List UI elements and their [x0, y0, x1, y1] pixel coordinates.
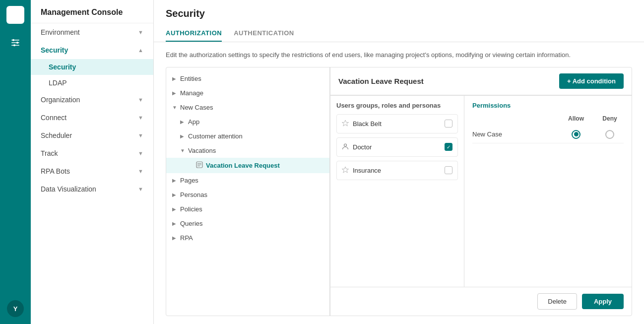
chevron-right-icon: ▶ — [172, 221, 180, 226]
star-icon — [342, 166, 349, 175]
svg-marker-14 — [342, 167, 349, 173]
tree-item-pages[interactable]: ▶ Pages — [166, 173, 329, 188]
tree-item-new-cases[interactable]: ▼ New Cases — [166, 100, 329, 115]
sidebar-item-track[interactable]: Track ▼ — [31, 144, 153, 162]
sidebar-item-rpa-bots[interactable]: RPA Bots ▼ — [31, 162, 153, 180]
svg-point-13 — [344, 144, 347, 146]
user-name-doctor: Doctor — [353, 143, 372, 151]
perm-radios-new-case — [566, 130, 624, 139]
sidebar-item-environment[interactable]: Environment ▼ — [31, 23, 153, 41]
users-section-title: Users groups, roles and personas — [336, 102, 458, 109]
user-item-doctor: Doctor ✓ — [336, 137, 458, 157]
radio-allow-new-case[interactable] — [572, 130, 580, 139]
tree-item-rpa[interactable]: ▶ RPA — [166, 231, 329, 245]
tabs-bar: AUTHORIZATION AUTHENTICATION — [166, 25, 632, 42]
tree-item-app[interactable]: ▶ App — [166, 115, 329, 129]
person-icon — [342, 143, 349, 151]
user-name-insurance: Insurance — [353, 167, 381, 174]
perm-label-new-case: New Case — [472, 130, 502, 138]
chevron-right-icon: ▶ — [172, 235, 180, 241]
chevron-right-icon: ▶ — [172, 76, 180, 81]
main-header: Security AUTHORIZATION AUTHENTICATION — [154, 0, 644, 42]
svg-point-5 — [12, 39, 14, 41]
user-name-black-belt: Black Belt — [353, 120, 382, 128]
chevron-right-icon: ▶ — [172, 90, 180, 96]
svg-point-7 — [13, 44, 15, 46]
chevron-down-icon: ▼ — [138, 168, 143, 174]
chevron-down-icon: ▼ — [138, 115, 143, 121]
right-panel-title: Vacation Leave Request — [338, 77, 424, 85]
chevron-right-icon: ▶ — [172, 178, 180, 183]
chevron-down-icon: ▼ — [180, 148, 188, 153]
nav-panel-header: Management Console — [31, 0, 153, 23]
sidebar-item-scheduler[interactable]: Scheduler ▼ — [31, 127, 153, 144]
permissions-title: Permissions — [472, 102, 624, 109]
deny-column-label: Deny — [600, 115, 620, 122]
add-condition-button[interactable]: + Add condition — [559, 73, 624, 89]
chevron-right-icon: ▶ — [172, 206, 180, 212]
nav-panel: Management Console Environment ▼ Securit… — [31, 0, 154, 324]
svg-marker-12 — [342, 120, 349, 126]
star-icon — [342, 120, 349, 128]
right-panel: Vacation Leave Request + Add condition U… — [330, 67, 632, 316]
chevron-right-icon: ▶ — [172, 192, 180, 197]
right-panel-footer: Delete Apply — [330, 287, 632, 316]
tree-panel: ▶ Entities ▶ Manage ▼ New Cases ▶ App ▶ — [166, 67, 330, 316]
sidebar-item-connect[interactable]: Connect ▼ — [31, 109, 153, 127]
sidebar-item-data-visualization[interactable]: Data Visualization ▼ — [31, 180, 153, 198]
chevron-right-icon: ▶ — [180, 119, 188, 125]
checkbox-black-belt[interactable] — [445, 120, 452, 128]
user-item-black-belt: Black Belt — [336, 114, 458, 133]
checkbox-doctor[interactable]: ✓ — [445, 143, 452, 151]
right-panel-body: Users groups, roles and personas Black B… — [330, 96, 632, 287]
permissions-header-row: Allow Deny — [472, 115, 624, 122]
sidebar-strip: Y — [0, 0, 31, 324]
sidebar-item-security[interactable]: Security ▲ — [31, 41, 153, 59]
user-avatar[interactable]: Y — [7, 300, 24, 317]
tab-authorization[interactable]: AUTHORIZATION — [166, 25, 222, 42]
user-item-insurance: Insurance — [336, 161, 458, 180]
radio-deny-new-case[interactable] — [605, 130, 614, 139]
form-icon — [196, 161, 203, 170]
users-panel: Users groups, roles and personas Black B… — [330, 96, 464, 287]
delete-button[interactable]: Delete — [537, 293, 577, 310]
sidebar-item-organization[interactable]: Organization ▼ — [31, 91, 153, 109]
page-description: Edit the authorization settings to speci… — [166, 50, 632, 60]
tree-item-vacations[interactable]: ▼ Vacations — [166, 143, 329, 158]
sidebar-item-ldap[interactable]: LDAP — [31, 75, 153, 91]
tree-item-personas[interactable]: ▶ Personas — [166, 188, 329, 202]
main-body: Edit the authorization settings to speci… — [154, 42, 644, 324]
content-area: ▶ Entities ▶ Manage ▼ New Cases ▶ App ▶ — [166, 67, 632, 317]
tree-item-customer-attention[interactable]: ▶ Customer attention — [166, 129, 329, 143]
svg-marker-1 — [12, 12, 18, 18]
svg-point-6 — [16, 42, 18, 44]
allow-column-label: Allow — [566, 115, 586, 122]
perm-row-new-case: New Case — [472, 126, 624, 143]
chevron-down-icon: ▼ — [172, 105, 180, 110]
chevron-down-icon: ▼ — [138, 29, 143, 35]
tree-item-queries[interactable]: ▶ Queries — [166, 216, 329, 231]
chevron-up-icon: ▲ — [138, 47, 143, 53]
page-title: Security — [166, 8, 632, 19]
tree-item-vacation-leave-request[interactable]: ▶ Vacation Leave Request — [166, 158, 329, 173]
permissions-panel: Permissions Allow Deny New Case — [464, 96, 632, 287]
chevron-down-icon: ▼ — [138, 132, 143, 138]
apply-button[interactable]: Apply — [582, 294, 624, 309]
chevron-down-icon: ▼ — [138, 150, 143, 156]
sliders-icon[interactable] — [6, 34, 24, 52]
chevron-right-icon: ▶ — [180, 133, 188, 139]
sidebar-item-security-sub[interactable]: Security — [31, 59, 153, 75]
tree-item-policies[interactable]: ▶ Policies — [166, 202, 329, 216]
app-logo[interactable] — [6, 6, 24, 24]
tree-item-manage[interactable]: ▶ Manage — [166, 86, 329, 100]
main-content: Security AUTHORIZATION AUTHENTICATION Ed… — [154, 0, 644, 324]
chevron-down-icon: ▼ — [138, 186, 143, 192]
checkbox-insurance[interactable] — [445, 166, 452, 174]
tree-item-entities[interactable]: ▶ Entities — [166, 71, 329, 86]
tab-authentication[interactable]: AUTHENTICATION — [234, 25, 294, 42]
right-panel-header: Vacation Leave Request + Add condition — [330, 67, 632, 95]
chevron-down-icon: ▼ — [138, 97, 143, 103]
